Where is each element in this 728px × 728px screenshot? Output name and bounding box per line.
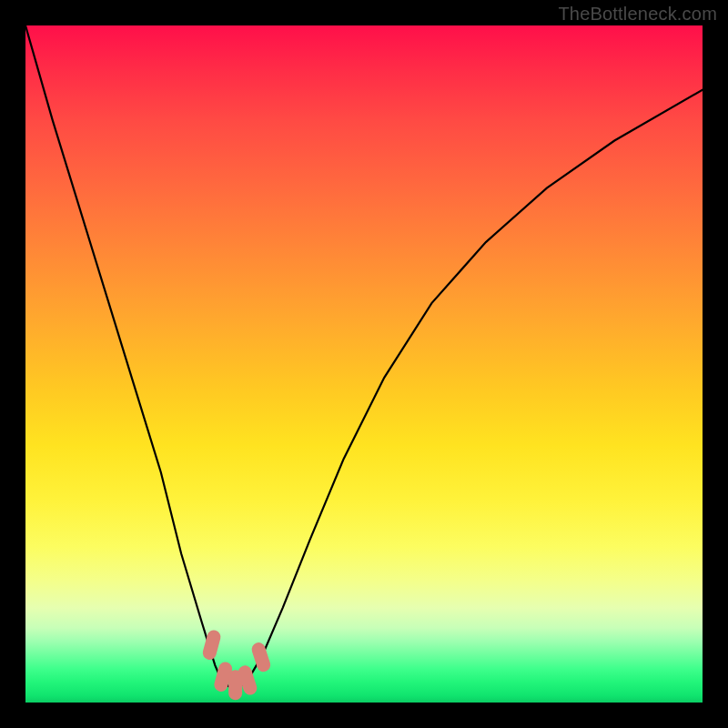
watermark-text: TheBottleneck.com — [558, 4, 717, 25]
marker-bottom-a — [221, 669, 226, 684]
marker-bottom-c — [245, 672, 250, 688]
curve-markers — [25, 25, 703, 703]
marker-right-knee — [258, 650, 264, 665]
chart-frame: TheBottleneck.com — [0, 0, 728, 728]
plot-area — [25, 25, 703, 703]
marker-left-knee — [209, 637, 214, 652]
